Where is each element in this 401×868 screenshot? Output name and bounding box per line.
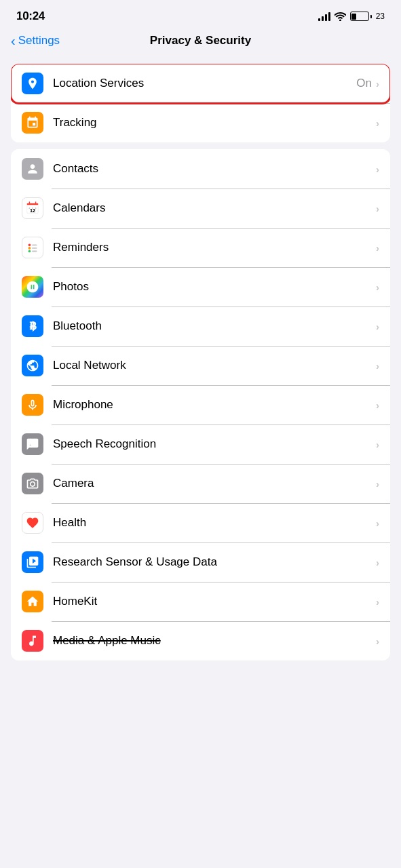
microphone-label: Microphone — [53, 398, 376, 412]
svg-rect-16 — [31, 441, 32, 447]
reminders-chevron: › — [376, 242, 379, 254]
camera-label: Camera — [53, 477, 376, 490]
back-label: Settings — [18, 34, 60, 47]
location-services-icon — [22, 73, 43, 94]
row-reminders[interactable]: Reminders › — [11, 228, 390, 267]
media-music-icon — [22, 630, 43, 652]
svg-point-8 — [28, 244, 31, 247]
reminders-label: Reminders — [53, 241, 376, 254]
research-sensor-label: Research Sensor & Usage Data — [53, 555, 376, 569]
page-title: Privacy & Security — [150, 34, 251, 47]
row-contacts[interactable]: Contacts › — [11, 149, 390, 189]
svg-point-10 — [28, 250, 31, 253]
research-sensor-chevron: › — [376, 557, 379, 568]
settings-group-1: Location Services On › Tracking › — [11, 64, 390, 142]
bluetooth-chevron: › — [376, 321, 379, 332]
nav-bar: ‹ Settings Privacy & Security — [0, 28, 401, 58]
tracking-label: Tracking — [53, 116, 376, 130]
research-sensor-icon — [22, 551, 43, 573]
local-network-label: Local Network — [53, 359, 376, 372]
row-photos[interactable]: Photos › — [11, 267, 390, 307]
health-label: Health — [53, 516, 376, 530]
speech-recognition-icon — [22, 433, 43, 455]
microphone-icon — [22, 394, 43, 416]
svg-rect-13 — [32, 251, 37, 252]
svg-point-6 — [32, 208, 33, 209]
svg-rect-18 — [35, 442, 36, 447]
homekit-icon — [22, 591, 43, 612]
wifi-icon — [335, 12, 346, 21]
location-services-label: Location Services — [53, 77, 356, 90]
svg-rect-11 — [32, 244, 37, 245]
bluetooth-icon: Ƀ — [22, 315, 43, 337]
signal-icon — [318, 12, 330, 21]
row-media-apple-music[interactable]: Media & Apple Music › — [11, 621, 390, 660]
row-local-network[interactable]: Local Network › — [11, 346, 390, 385]
svg-text:Ƀ: Ƀ — [29, 321, 37, 332]
local-network-chevron: › — [376, 360, 379, 372]
status-bar: 10:24 23 — [0, 0, 401, 28]
speech-recognition-chevron: › — [376, 439, 379, 450]
svg-point-5 — [29, 208, 31, 209]
battery-percent: 23 — [376, 12, 385, 21]
row-research-sensor[interactable]: Research Sensor & Usage Data › — [11, 542, 390, 582]
camera-chevron: › — [376, 478, 379, 490]
calendars-icon: 12 — [22, 197, 43, 219]
row-health[interactable]: Health › — [11, 503, 390, 542]
photos-icon — [22, 276, 43, 298]
homekit-label: HomeKit — [53, 595, 376, 608]
tracking-chevron: › — [376, 117, 379, 129]
calendars-chevron: › — [376, 203, 379, 214]
photos-chevron: › — [376, 281, 379, 293]
speech-recognition-label: Speech Recognition — [53, 437, 376, 451]
location-services-chevron: › — [376, 78, 379, 90]
location-services-value: On — [356, 77, 372, 90]
status-time: 10:24 — [16, 9, 45, 23]
svg-rect-0 — [27, 203, 39, 205]
back-button[interactable]: ‹ Settings — [11, 34, 60, 47]
row-speech-recognition[interactable]: Speech Recognition › — [11, 425, 390, 464]
camera-icon — [22, 473, 43, 494]
row-calendars[interactable]: 12 Calendars › — [11, 189, 390, 228]
local-network-icon — [22, 355, 43, 376]
row-location-services[interactable]: Location Services On › — [11, 64, 390, 103]
reminders-icon — [22, 237, 43, 258]
status-icons: 23 — [318, 12, 385, 21]
svg-rect-12 — [32, 248, 37, 249]
back-chevron-icon: ‹ — [11, 34, 16, 47]
settings-group-2: Contacts › 12 Calendars › — [11, 149, 390, 660]
health-icon — [22, 512, 43, 534]
contacts-chevron: › — [376, 163, 379, 175]
row-camera[interactable]: Camera › — [11, 464, 390, 503]
media-apple-music-label: Media & Apple Music — [53, 634, 376, 648]
svg-rect-17 — [33, 443, 34, 446]
row-microphone[interactable]: Microphone › — [11, 385, 390, 425]
svg-point-9 — [28, 247, 31, 250]
row-bluetooth[interactable]: Ƀ Bluetooth › — [11, 307, 390, 346]
photos-label: Photos — [53, 280, 376, 294]
bluetooth-label: Bluetooth — [53, 319, 376, 333]
tracking-icon — [22, 112, 43, 134]
microphone-chevron: › — [376, 399, 379, 411]
contacts-icon — [22, 158, 43, 180]
calendars-label: Calendars — [53, 201, 376, 215]
row-homekit[interactable]: HomeKit › — [11, 582, 390, 621]
homekit-chevron: › — [376, 596, 379, 608]
svg-point-7 — [35, 208, 37, 209]
media-apple-music-chevron: › — [376, 635, 379, 647]
contacts-label: Contacts — [53, 162, 376, 176]
battery-icon — [350, 12, 372, 21]
svg-rect-15 — [28, 443, 30, 446]
row-tracking[interactable]: Tracking › — [11, 103, 390, 142]
health-chevron: › — [376, 517, 379, 529]
